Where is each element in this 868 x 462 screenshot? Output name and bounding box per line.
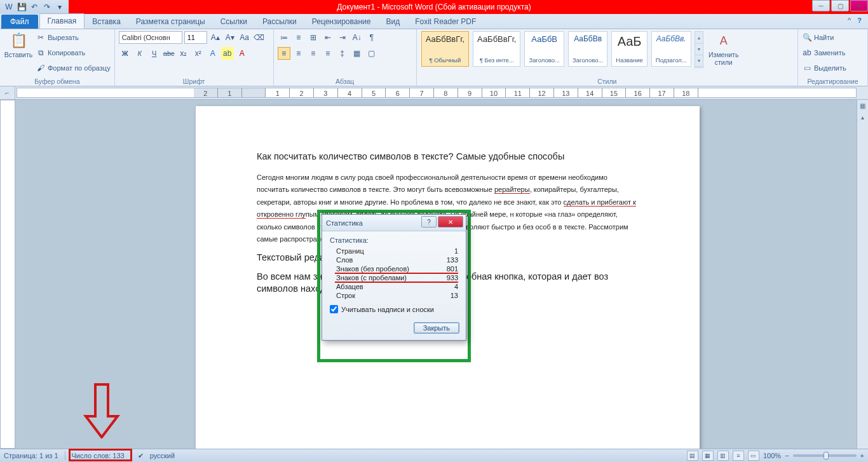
replace-button[interactable]: abЗаменить [802,46,846,59]
tab-view[interactable]: Вид [378,15,407,29]
subscript-button[interactable]: x₂ [177,47,190,60]
minimize-button[interactable]: ─ [812,0,830,11]
tab-insert[interactable]: Вставка [85,15,128,29]
window-title: Документ1 - Microsoft Word (Сбой активац… [0,3,868,11]
highlight-button[interactable]: ab [221,47,234,60]
include-footnotes-checkbox[interactable]: Учитывать надписи и сноски [330,305,458,313]
paste-button[interactable]: 📋 Вставить [4,31,33,60]
show-marks-button[interactable]: ¶ [365,31,378,44]
proofing-icon[interactable]: ✔ [138,452,144,460]
style-title[interactable]: АаБНазвание [611,31,647,67]
view-full-screen[interactable]: ▦ [702,451,714,461]
tab-foxit[interactable]: Foxit Reader PDF [407,15,484,29]
underline-button[interactable]: Ч [148,47,161,60]
select-button[interactable]: ▭Выделить [802,61,846,74]
change-styles-button[interactable]: A Изменить стили [706,31,742,67]
style-heading2[interactable]: АаБбВвЗаголово... [568,31,607,67]
multilevel-button[interactable]: ⊞ [307,31,320,44]
bullets-button[interactable]: ≔ [278,31,290,44]
cut-button[interactable]: ✂Вырезать [36,31,111,44]
view-draft[interactable]: ▭ [748,451,759,461]
dialog-help-button[interactable]: ? [421,216,437,228]
tab-review[interactable]: Рецензирование [304,15,379,29]
window-controls: ─ ▢ ✕ [812,0,868,13]
align-left-button[interactable]: ≡ [278,47,290,60]
tab-mailings[interactable]: Рассылки [255,15,304,29]
zoom-slider[interactable] [793,454,857,457]
ruler-toggle-icon[interactable]: ▦ [858,102,867,111]
decrease-indent-button[interactable]: ⇤ [322,31,334,44]
qat-more-icon[interactable]: ▾ [55,2,65,12]
save-icon[interactable]: 💾 [17,2,27,12]
help-icon[interactable]: ? [857,17,862,24]
view-web[interactable]: ▥ [717,451,729,461]
shading-button[interactable]: ▦ [351,47,363,60]
cut-icon: ✂ [36,32,46,43]
dialog-close-button[interactable]: ✕ [438,216,463,228]
font-color-button[interactable]: A [236,47,248,60]
view-print-layout[interactable]: ▤ [687,451,698,461]
copy-icon: ⧉ [36,48,46,58]
tab-references[interactable]: Ссылки [213,15,255,29]
numbering-button[interactable]: ≡ [292,31,305,44]
select-icon: ▭ [802,63,812,73]
line-spacing-button[interactable]: ‡ [336,47,349,60]
zoom-in-button[interactable]: + [860,452,864,459]
paste-icon: 📋 [10,32,27,50]
text-effects-button[interactable]: A [207,47,219,60]
dialog-close-btn[interactable]: Закрыть [414,322,459,334]
style-heading1[interactable]: АаБбВЗаголово... [524,31,564,67]
status-page[interactable]: Страница: 1 из 1 [4,452,58,459]
change-case-button[interactable]: Aa [238,31,251,44]
align-right-button[interactable]: ≡ [307,47,320,60]
style-normal[interactable]: АаБбВвГг,¶ Обычный [421,31,469,67]
style-no-spacing[interactable]: АаБбВвГг,¶ Без инте... [473,31,520,67]
scroll-up-icon[interactable]: ▴ [858,114,867,123]
borders-button[interactable]: ▢ [365,47,378,60]
justify-button[interactable]: ≡ [322,47,334,60]
grow-font-button[interactable]: A▴ [209,31,222,44]
font-name-select[interactable]: Calibri (Основн [119,31,182,44]
horizontal-ruler[interactable]: 21123456789101112131415161718 [17,88,857,98]
vertical-ruler[interactable] [0,100,15,449]
style-subtitle[interactable]: АаБбВв.Подзагол... [651,31,691,67]
strike-button[interactable]: abc [163,47,175,60]
bold-button[interactable]: Ж [119,47,132,60]
format-painter-button[interactable]: 🖌Формат по образцу [36,61,111,74]
sort-button[interactable]: A↓ [351,31,363,44]
group-label: Редактирование [802,76,864,86]
zoom-out-button[interactable]: − [785,452,789,459]
status-words[interactable]: Число слов: 133 [72,452,125,459]
tab-home[interactable]: Главная [39,13,85,29]
undo-icon[interactable]: ↶ [29,2,39,12]
redo-icon[interactable]: ↷ [42,2,52,12]
doc-title[interactable]: Как посчитать количество символов в текс… [257,151,639,163]
maximize-button[interactable]: ▢ [831,0,849,11]
close-button[interactable]: ✕ [850,0,868,11]
status-language[interactable]: русский [150,452,175,459]
group-paragraph: ≔ ≡ ⊞ ⇤ ⇥ A↓ ¶ ≡ ≡ ≡ ≡ ‡ ▦ ▢ [274,29,417,86]
group-label: Стили [421,76,794,86]
ruler-corner[interactable]: ⌐ [0,86,15,99]
shrink-font-button[interactable]: A▾ [224,31,236,44]
titlebar: W 💾 ↶ ↷ ▾ Документ1 - Microsoft Word (Сб… [0,0,868,14]
view-outline[interactable]: ≡ [733,451,744,461]
copy-button[interactable]: ⧉Копировать [36,46,111,59]
group-styles: АаБбВвГг,¶ Обычный АаБбВвГг,¶ Без инте..… [417,29,798,86]
zoom-level[interactable]: 100% [763,452,781,459]
italic-button[interactable]: К [133,47,146,60]
tab-layout[interactable]: Разметка страницы [128,15,213,29]
superscript-button[interactable]: x² [192,47,205,60]
dialog-titlebar[interactable]: Статистика ? ✕ [322,215,466,231]
find-button[interactable]: 🔍Найти [802,31,846,44]
clear-format-button[interactable]: ⌫ [253,31,266,44]
styles-scroll[interactable]: ▴▾▾ [695,31,703,68]
ribbon-minimize-icon[interactable]: ^ [848,17,851,24]
dialog-body: Статистика: Страниц1 Слов133 Знаков (без… [322,231,466,318]
tab-file[interactable]: Файл [1,15,38,29]
stat-chars-no-spaces: Знаков (без пробелов)801 [330,264,458,273]
font-size-select[interactable]: 11 [184,31,207,44]
align-center-button[interactable]: ≡ [292,47,305,60]
increase-indent-button[interactable]: ⇥ [336,31,349,44]
group-font: Calibri (Основн 11 A▴ A▾ Aa ⌫ Ж К Ч abc … [115,29,274,86]
